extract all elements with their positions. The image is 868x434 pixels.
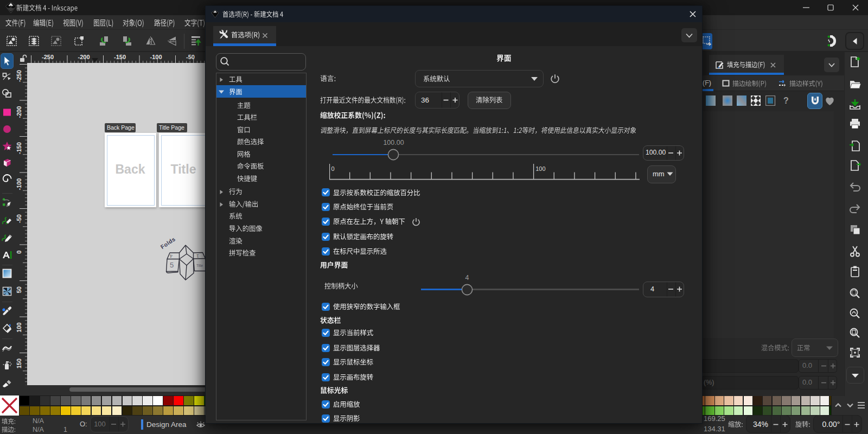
svg-text:0: 0 bbox=[16, 251, 22, 254]
svg-text:1: 1 bbox=[196, 253, 199, 259]
svg-text:-100: -100 bbox=[150, 54, 162, 60]
svg-text:-200: -200 bbox=[78, 54, 90, 60]
svg-text:100: 100 bbox=[535, 165, 545, 172]
svg-text:-150: -150 bbox=[16, 142, 22, 154]
svg-text:-250: -250 bbox=[42, 54, 54, 60]
svg-text:-200: -200 bbox=[16, 106, 22, 118]
svg-text:100: 100 bbox=[16, 323, 22, 333]
svg-text:-50: -50 bbox=[186, 54, 195, 60]
svg-text:-50: -50 bbox=[16, 214, 22, 223]
svg-text:4: 4 bbox=[170, 253, 173, 259]
svg-text:-250: -250 bbox=[16, 70, 22, 82]
svg-text:150: 150 bbox=[16, 359, 22, 368]
svg-text:0: 0 bbox=[331, 165, 334, 172]
svg-text:-100: -100 bbox=[16, 178, 22, 190]
svg-text:5: 5 bbox=[170, 261, 174, 269]
svg-text:Title: Title bbox=[196, 264, 203, 267]
svg-text:50: 50 bbox=[16, 286, 22, 293]
svg-text:-150: -150 bbox=[114, 54, 126, 60]
